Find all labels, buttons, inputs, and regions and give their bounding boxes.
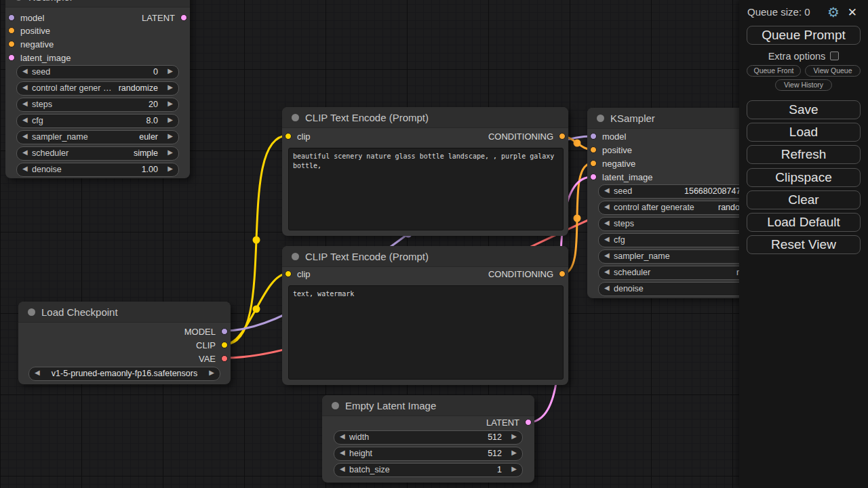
input-slot-negative[interactable] bbox=[589, 159, 597, 167]
node-empty-latent-image[interactable]: Empty Latent Image LATENT ◀ width 512 ▶ … bbox=[322, 395, 534, 483]
widget-denoise[interactable]: ◀ denoise 1.00 ▶ bbox=[16, 163, 179, 177]
node-load-checkpoint[interactable]: Load Checkpoint MODEL CLIP VAE ◀ v1-5-pr… bbox=[18, 302, 231, 384]
decrement-arrow-icon[interactable]: ◀ bbox=[604, 219, 610, 226]
widget-value: 1 bbox=[497, 465, 502, 474]
increment-arrow-icon[interactable]: ▶ bbox=[511, 449, 517, 456]
widget-ckpt-name[interactable]: ◀ v1-5-pruned-emaonly-fp16.safetensors ▶ bbox=[28, 367, 220, 381]
collapse-dot-icon[interactable] bbox=[332, 402, 339, 409]
output-slot-vae[interactable] bbox=[220, 354, 229, 363]
decrement-arrow-icon[interactable]: ◀ bbox=[604, 284, 610, 291]
node-clip-text-encode-negative[interactable]: CLIP Text Encode (Prompt) clip CONDITION… bbox=[282, 246, 568, 385]
input-label: model bbox=[20, 13, 44, 23]
increment-arrow-icon[interactable]: ▶ bbox=[511, 465, 517, 472]
extra-options-checkbox[interactable] bbox=[830, 52, 839, 60]
decrement-arrow-icon[interactable]: ◀ bbox=[22, 165, 28, 172]
input-slot-clip[interactable] bbox=[284, 270, 292, 278]
increment-arrow-icon[interactable]: ▶ bbox=[167, 67, 173, 75]
output-slot-latent[interactable] bbox=[524, 418, 532, 426]
decrement-arrow-icon[interactable]: ◀ bbox=[22, 116, 28, 123]
input-slot-model[interactable] bbox=[589, 132, 597, 140]
link-midpoint-dot bbox=[574, 140, 581, 147]
decrement-arrow-icon[interactable]: ◀ bbox=[340, 432, 345, 440]
reset-view-button[interactable]: Reset View bbox=[747, 235, 861, 254]
increment-arrow-icon[interactable]: ▶ bbox=[167, 148, 173, 156]
decrement-arrow-icon[interactable]: ◀ bbox=[35, 369, 40, 376]
output-slot-clip[interactable] bbox=[220, 341, 229, 349]
decrement-arrow-icon[interactable]: ◀ bbox=[22, 100, 28, 107]
queue-prompt-button[interactable]: Queue Prompt bbox=[747, 26, 861, 45]
node-title-bar[interactable]: Empty Latent Image bbox=[322, 395, 534, 416]
node-title-bar[interactable]: Load Checkpoint bbox=[18, 302, 231, 323]
save-button[interactable]: Save bbox=[747, 100, 861, 119]
decrement-arrow-icon[interactable]: ◀ bbox=[604, 235, 610, 243]
load-default-button[interactable]: Load Default bbox=[747, 213, 861, 232]
node-title-bar[interactable]: CLIP Text Encode (Prompt) bbox=[282, 246, 568, 267]
view-history-button[interactable]: View History bbox=[775, 79, 832, 91]
widget-height[interactable]: ◀ height 512 ▶ bbox=[334, 447, 523, 461]
output-slot-conditioning[interactable] bbox=[558, 132, 566, 140]
output-slot-latent[interactable] bbox=[180, 14, 188, 22]
output-slot-conditioning[interactable] bbox=[558, 270, 566, 278]
queue-front-button[interactable]: Queue Front bbox=[747, 65, 801, 77]
increment-arrow-icon[interactable]: ▶ bbox=[167, 100, 173, 107]
input-slot-positive[interactable] bbox=[589, 146, 597, 154]
decrement-arrow-icon[interactable]: ◀ bbox=[340, 465, 345, 472]
widget-label: sampler_name bbox=[614, 251, 670, 261]
input-slot-latent-image[interactable] bbox=[7, 54, 16, 62]
clear-button[interactable]: Clear bbox=[747, 190, 861, 209]
input-slot-negative[interactable] bbox=[7, 40, 16, 48]
widget-seed[interactable]: ◀ seed 0 ▶ bbox=[16, 65, 179, 79]
collapse-dot-icon[interactable] bbox=[597, 115, 604, 122]
node-title-bar[interactable]: CLIP Text Encode (Prompt) bbox=[282, 107, 568, 128]
node-clip-text-encode-positive[interactable]: CLIP Text Encode (Prompt) clip CONDITION… bbox=[282, 107, 568, 236]
collapse-dot-icon[interactable] bbox=[292, 253, 299, 260]
decrement-arrow-icon[interactable]: ◀ bbox=[22, 148, 28, 156]
output-slot-model[interactable] bbox=[220, 327, 229, 336]
widget-steps[interactable]: ◀ steps 20 ▶ bbox=[16, 98, 179, 112]
increment-arrow-icon[interactable]: ▶ bbox=[167, 132, 173, 140]
prompt-textarea[interactable]: beautiful scenery nature glass bottle la… bbox=[288, 148, 564, 230]
output-label: CONDITIONING bbox=[488, 131, 553, 142]
node-ksampler-top[interactable]: KSampler model LATENT positive negative … bbox=[5, 0, 190, 178]
input-slot-positive[interactable] bbox=[7, 26, 16, 35]
decrement-arrow-icon[interactable]: ◀ bbox=[604, 251, 610, 259]
decrement-arrow-icon[interactable]: ◀ bbox=[604, 268, 610, 275]
load-button[interactable]: Load bbox=[747, 123, 861, 142]
prompt-textarea[interactable]: text, watermark bbox=[288, 285, 564, 380]
decrement-arrow-icon[interactable]: ◀ bbox=[340, 449, 345, 456]
input-slot-latent-image[interactable] bbox=[589, 173, 597, 181]
collapse-dot-icon[interactable] bbox=[15, 0, 22, 1]
collapse-dot-icon[interactable] bbox=[292, 114, 299, 121]
decrement-arrow-icon[interactable]: ◀ bbox=[22, 67, 28, 75]
node-title-bar[interactable]: KSampler bbox=[5, 0, 190, 7]
increment-arrow-icon[interactable]: ▶ bbox=[167, 116, 173, 123]
node-title: Load Checkpoint bbox=[41, 306, 118, 318]
input-slot-clip[interactable] bbox=[284, 132, 292, 140]
decrement-arrow-icon[interactable]: ◀ bbox=[604, 203, 610, 210]
widget-width[interactable]: ◀ width 512 ▶ bbox=[334, 430, 523, 445]
view-queue-button[interactable]: View Queue bbox=[805, 65, 861, 77]
increment-arrow-icon[interactable]: ▶ bbox=[209, 369, 214, 376]
increment-arrow-icon[interactable]: ▶ bbox=[167, 165, 173, 172]
clipspace-button[interactable]: Clipspace bbox=[747, 168, 861, 187]
increment-arrow-icon[interactable]: ▶ bbox=[511, 432, 517, 440]
widget-scheduler[interactable]: ◀ scheduler simple ▶ bbox=[16, 146, 179, 161]
decrement-arrow-icon[interactable]: ◀ bbox=[604, 186, 610, 194]
output-label: CLIP bbox=[196, 340, 216, 350]
close-icon[interactable]: ✕ bbox=[848, 5, 857, 20]
input-slot-model[interactable] bbox=[7, 14, 16, 22]
widget-control-after-generate[interactable]: ◀ control after gener … randomize ▶ bbox=[16, 81, 179, 96]
decrement-arrow-icon[interactable]: ◀ bbox=[22, 83, 28, 91]
widget-value: 512 bbox=[488, 449, 502, 458]
widget-cfg[interactable]: ◀ cfg 8.0 ▶ bbox=[16, 114, 179, 128]
widget-label: steps bbox=[32, 100, 52, 109]
increment-arrow-icon[interactable]: ▶ bbox=[167, 83, 173, 91]
refresh-button[interactable]: Refresh bbox=[747, 145, 861, 164]
node-graph-canvas[interactable]: KSampler model LATENT positive negative … bbox=[0, 0, 868, 488]
widget-sampler-name[interactable]: ◀ sampler_name euler ▶ bbox=[16, 130, 179, 144]
decrement-arrow-icon[interactable]: ◀ bbox=[22, 132, 28, 140]
widget-batch-size[interactable]: ◀ batch_size 1 ▶ bbox=[334, 463, 523, 477]
collapse-dot-icon[interactable] bbox=[28, 308, 35, 316]
node-title: CLIP Text Encode (Prompt) bbox=[305, 112, 429, 123]
settings-gear-icon[interactable]: ⚙ bbox=[827, 4, 840, 20]
